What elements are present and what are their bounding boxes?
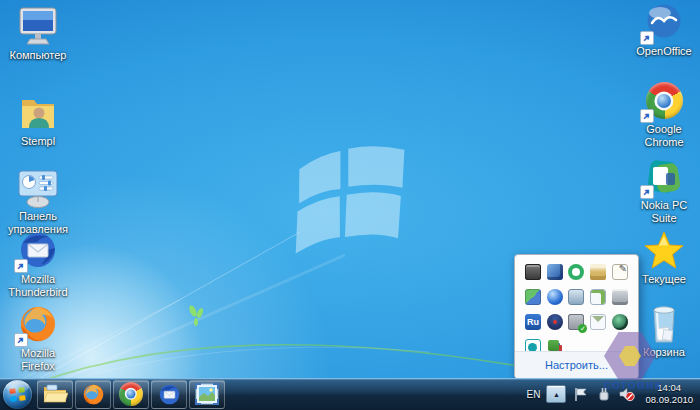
tray-overflow-popup: Ru Настроить... — [514, 254, 639, 379]
pc-tool-icon[interactable] — [568, 289, 584, 305]
customize-link[interactable]: Настроить... — [545, 359, 608, 371]
user-folder-icon — [15, 92, 61, 134]
firefox-icon — [81, 382, 106, 407]
server-stack-icon[interactable] — [590, 264, 606, 280]
taskbar: EN ▲ — [0, 378, 700, 410]
tray-popup-footer: Настроить... — [515, 351, 638, 378]
thunderbird-icon — [157, 382, 182, 407]
desktop: Компьютер Stempl — [0, 0, 700, 410]
scheduler-icon[interactable] — [590, 289, 606, 305]
desktop-icon-stempl[interactable]: Stempl — [4, 92, 72, 148]
desktop-icon-openoffice[interactable]: OpenOffice — [630, 2, 698, 58]
desktop-icon-label: Nokia PC Suite — [630, 199, 698, 224]
start-button[interactable] — [3, 380, 32, 409]
thunderbird-icon — [15, 230, 61, 272]
notes-icon[interactable] — [612, 264, 628, 280]
shortcut-arrow-icon — [640, 109, 654, 123]
taskbar-button-image-viewer[interactable] — [189, 380, 225, 409]
display-settings-icon[interactable] — [525, 264, 541, 280]
firefox-icon — [15, 304, 61, 346]
desktop-icon-control-panel[interactable]: Панель управления — [4, 167, 72, 235]
mail-notifier-icon[interactable] — [590, 314, 606, 330]
desktop-icon-recycle-bin[interactable]: Корзина — [630, 303, 698, 359]
status-ring-icon[interactable] — [568, 264, 584, 280]
shortcut-arrow-icon — [14, 259, 28, 273]
desktop-icon-chrome[interactable]: Google Chrome — [630, 80, 698, 148]
taskbar-button-explorer[interactable] — [37, 380, 73, 409]
desktop-icon-nokia-pc-suite[interactable]: Nokia PC Suite — [630, 156, 698, 224]
image-viewer-icon — [195, 383, 219, 405]
tray-overflow-grid: Ru — [515, 255, 638, 355]
computer-icon — [15, 6, 61, 48]
system-tray: EN ▲ — [527, 378, 697, 410]
desktop-icon-tekushchee[interactable]: Текущее — [630, 230, 698, 286]
desktop-icon-label: Компьютер — [10, 49, 67, 62]
messenger-sphere-icon[interactable] — [547, 289, 563, 305]
color-layers-icon[interactable] — [548, 340, 559, 351]
printer-icon[interactable] — [612, 289, 628, 305]
show-hidden-icons-button[interactable]: ▲ — [546, 385, 566, 403]
sprout-decoration — [188, 304, 204, 326]
openoffice-icon — [641, 2, 687, 44]
control-panel-icon — [15, 167, 61, 209]
desktop-icon-label: OpenOffice — [636, 45, 691, 58]
safely-remove-hardware-icon[interactable] — [568, 314, 584, 330]
desktop-icon-label: Mozilla Firefox — [4, 347, 72, 372]
nokia-pc-suite-icon — [641, 156, 687, 198]
clock-time: 14:04 — [657, 382, 681, 394]
volume-muted-icon[interactable] — [618, 386, 635, 403]
clock-date: 08.09.2010 — [645, 394, 693, 406]
desktop-icon-label: Текущее — [642, 273, 686, 286]
security-oval-icon[interactable] — [547, 314, 563, 330]
desktop-icon-computer[interactable]: Компьютер — [4, 6, 72, 62]
chrome-icon — [641, 80, 687, 122]
nvidia-settings-icon[interactable] — [547, 264, 563, 280]
taskbar-button-chrome[interactable] — [113, 380, 149, 409]
recycle-bin-icon — [641, 303, 687, 345]
power-plug-icon[interactable] — [595, 386, 612, 403]
explorer-icon — [42, 383, 68, 405]
desktop-icon-firefox[interactable]: Mozilla Firefox — [4, 304, 72, 372]
desktop-icon-thunderbird[interactable]: Mozilla Thunderbird — [4, 230, 72, 298]
desktop-icon-label: Корзина — [643, 346, 685, 359]
desktop-icon-label: Stempl — [21, 135, 55, 148]
desktop-icon-label: Google Chrome — [630, 123, 698, 148]
action-center-flag-icon[interactable] — [572, 386, 589, 403]
punto-switcher-icon[interactable]: Ru — [525, 314, 541, 330]
chrome-icon — [119, 382, 143, 406]
taskbar-button-thunderbird[interactable] — [151, 380, 187, 409]
media-globe-icon[interactable] — [612, 314, 628, 330]
star-icon — [641, 230, 687, 272]
windows-flag-icon — [9, 387, 25, 401]
shortcut-arrow-icon — [640, 185, 654, 199]
shortcut-arrow-icon — [640, 31, 654, 45]
clock[interactable]: 14:04 08.09.2010 — [641, 382, 697, 406]
desktop-icon-label: Mozilla Thunderbird — [4, 273, 72, 298]
windows-logo-wallpaper — [280, 132, 444, 268]
taskbar-button-firefox[interactable] — [75, 380, 111, 409]
shortcut-arrow-icon — [14, 333, 28, 347]
card-reader-icon[interactable] — [525, 289, 541, 305]
language-indicator[interactable]: EN — [527, 389, 541, 400]
